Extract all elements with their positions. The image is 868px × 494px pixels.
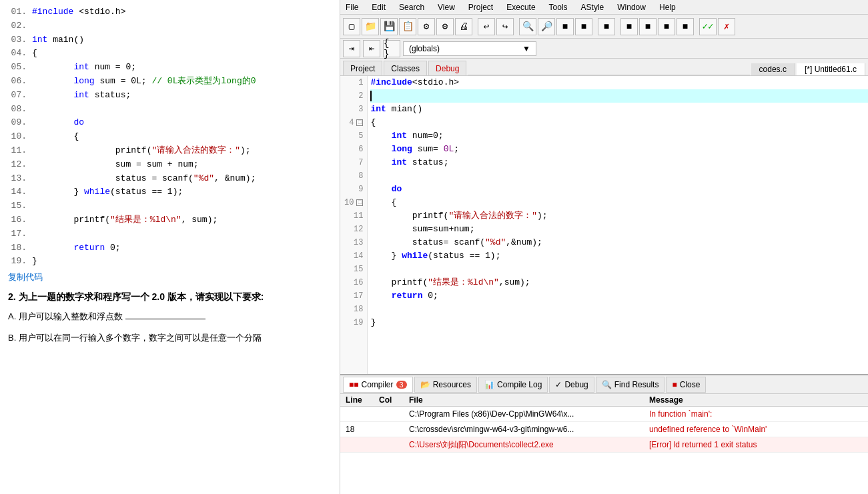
tb-pkg2[interactable]: ■	[575, 18, 592, 35]
tb-find[interactable]: 🔍	[519, 18, 536, 35]
gutter-1: 1	[344, 76, 363, 89]
line-row: 02.	[8, 19, 332, 33]
result-line-1	[346, 408, 379, 420]
line-row: 14. } while(status == 1);	[8, 185, 332, 199]
tb-close-x[interactable]: ✗	[718, 18, 735, 35]
result-file-2: C:\crossdev\src\mingw-w64-v3-git\mingw-w…	[409, 423, 649, 435]
menu-view[interactable]: View	[435, 3, 458, 12]
close-label: Close	[680, 380, 701, 389]
menu-astyle[interactable]: AStyle	[578, 3, 607, 12]
tb-comment[interactable]: { }	[383, 40, 400, 57]
line-row: 11. printf("请输入合法的数字：");	[8, 144, 332, 158]
menu-project[interactable]: Project	[466, 3, 496, 12]
line-row: 10. {	[8, 130, 332, 144]
tab-compiler[interactable]: ■■ Compiler 3	[343, 377, 413, 393]
result-row-1[interactable]: C:\Program Files (x86)\Dev-Cpp\MinGW64\x…	[340, 407, 868, 422]
compiler-icon: ■■	[349, 380, 359, 389]
line-num: 04.	[8, 47, 32, 61]
req-a: A. 用户可以输入整数和浮点数	[8, 309, 332, 324]
line-num: 10.	[8, 130, 32, 144]
menu-window[interactable]: Window	[614, 3, 648, 12]
file-tab-untitled61[interactable]: [*] Untitled61.c	[797, 63, 865, 75]
gutter-10: 10 □	[344, 196, 363, 209]
copy-code-link[interactable]: 复制代码	[8, 271, 43, 283]
line-row: 07. int status;	[8, 89, 332, 103]
line-content: printf("结果是：%ld\n", sum);	[32, 213, 218, 227]
section2-title: 2. 为上一题的数字求和程序写一个 2.0 版本，请实现以下要求:	[8, 291, 332, 303]
globals-dropdown[interactable]: (globals) ▼	[403, 41, 536, 56]
fold-icon-4[interactable]: □	[356, 119, 363, 126]
tb-shield[interactable]: ■	[598, 18, 615, 35]
result-row-3[interactable]: C:\Users\刘灿阳\Documents\collect2.exe [Err…	[340, 437, 868, 453]
menu-search[interactable]: Search	[396, 3, 427, 12]
line-row: 16. printf("结果是：%ld\n", sum);	[8, 213, 332, 227]
line-row: 06. long sum = 0L; // 0L表示类型为long的0	[8, 75, 332, 89]
result-file-3: C:\Users\刘灿阳\Documents\collect2.exe	[409, 439, 649, 451]
left-panel: 01. #include <stdio.h> 02. 03. int main(…	[0, 0, 340, 494]
bottom-panel: ■■ Compiler 3 📂 Resources 📊 Compile Log …	[340, 374, 868, 494]
tb-grid4[interactable]: ■	[677, 18, 694, 35]
line-num: 06.	[8, 75, 32, 89]
tb-new[interactable]: ▢	[343, 18, 360, 35]
tb-indent[interactable]: ⇥	[343, 40, 360, 57]
gutter-13: 13	[344, 236, 363, 249]
tb-save[interactable]: 💾	[380, 18, 398, 35]
menu-edit[interactable]: Edit	[369, 3, 388, 12]
result-col-2	[379, 423, 409, 435]
editor-line-6: long sum= 0L;	[370, 143, 868, 156]
gutter-14: 14	[344, 249, 363, 263]
editor-line-1: #include<stdio.h>	[370, 76, 868, 89]
gutter-8: 8	[344, 169, 363, 183]
menu-execute[interactable]: Execute	[504, 3, 538, 12]
tb-compile[interactable]: ⚙	[418, 18, 435, 35]
line-content: {	[32, 130, 79, 144]
gutter-4: 4 □	[344, 116, 363, 129]
line-content: }	[32, 255, 37, 269]
result-file-1: C:\Program Files (x86)\Dev-Cpp\MinGW64\x…	[409, 408, 649, 420]
menu-file[interactable]: File	[343, 3, 361, 12]
gutter-17: 17	[344, 289, 363, 303]
line-num: 09.	[8, 116, 32, 130]
result-row-2[interactable]: 18 C:\crossdev\src\mingw-w64-v3-git\ming…	[340, 422, 868, 437]
tab-debug-bottom[interactable]: ✓ Debug	[549, 377, 594, 393]
tab-find-results[interactable]: 🔍 Find Results	[596, 377, 665, 393]
tb-outdent[interactable]: ⇤	[363, 40, 380, 57]
tb-grid3[interactable]: ■	[658, 18, 675, 35]
file-tab-codes[interactable]: codes.c	[751, 63, 795, 75]
tb-pkg1[interactable]: ■	[556, 18, 574, 35]
result-line-3	[346, 439, 379, 451]
gutter-2: 2	[344, 89, 363, 103]
gutter-18: 18	[344, 303, 363, 316]
tab-debug[interactable]: Debug	[428, 61, 466, 75]
tab-project[interactable]: Project	[343, 61, 382, 75]
editor-line-18	[370, 303, 868, 316]
line-content: return 0;	[32, 241, 121, 255]
fold-icon-10[interactable]: □	[356, 199, 363, 206]
compiler-label: Compiler	[362, 380, 394, 389]
tb-run[interactable]: ⚙	[436, 18, 454, 35]
tab-close[interactable]: ■ Close	[666, 377, 706, 393]
editor-line-8	[370, 169, 868, 183]
line-num: 16.	[8, 213, 32, 227]
tb-check[interactable]: ✓✓	[699, 18, 717, 35]
tab-compile-log[interactable]: 📊 Compile Log	[478, 377, 548, 393]
tb-print[interactable]: 🖨	[455, 18, 472, 35]
line-num: 01.	[8, 5, 32, 19]
tab-resources[interactable]: 📂 Resources	[414, 377, 477, 393]
tb-grid2[interactable]: ■	[639, 18, 657, 35]
tb-undo[interactable]: ↩	[478, 18, 495, 35]
code-lines[interactable]: #include<stdio.h> int mian() { int num=0…	[368, 76, 868, 374]
tab-classes[interactable]: Classes	[384, 61, 427, 75]
line-row: 18. return 0;	[8, 241, 332, 255]
compile-log-icon: 📊	[484, 380, 494, 389]
tb-redo[interactable]: ↪	[496, 18, 514, 35]
menu-tools[interactable]: Tools	[546, 3, 570, 12]
editor-content[interactable]: 1 2 3 4 □ 5 6 7 8 9 10 □ 11 12 13 14 15 …	[340, 76, 868, 374]
tb-grid1[interactable]: ■	[620, 18, 638, 35]
tb-open[interactable]: 📁	[362, 18, 379, 35]
tb-replace[interactable]: 🔎	[538, 18, 555, 35]
tb-saveas[interactable]: 📋	[399, 18, 416, 35]
menu-help[interactable]: Help	[657, 3, 679, 12]
editor-line-17: return 0;	[370, 289, 868, 303]
line-row: 13. status = scanf("%d", &num);	[8, 172, 332, 186]
